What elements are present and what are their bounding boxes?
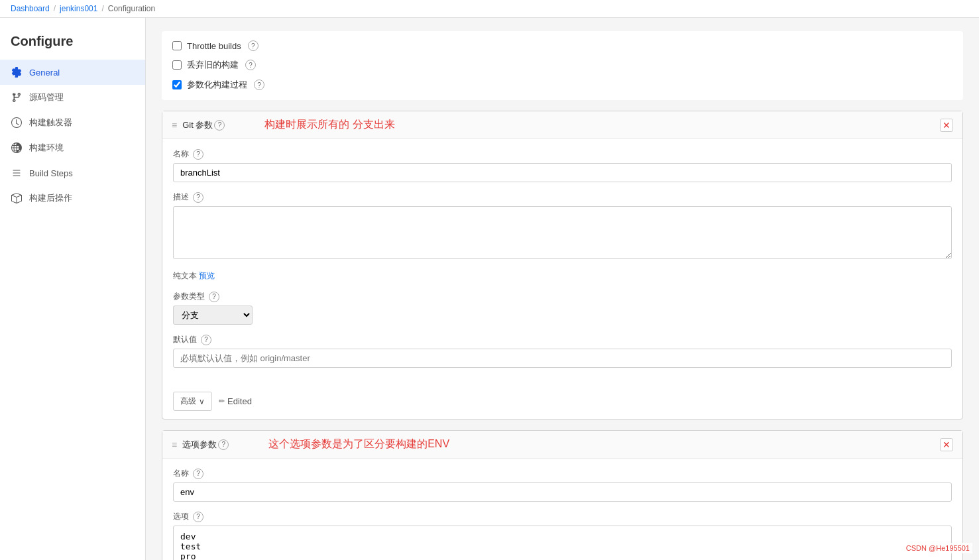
name-field-input[interactable] [173, 163, 952, 182]
sidebar-item-source-label: 源码管理 [29, 91, 64, 103]
sidebar-item-trigger[interactable]: 构建触发器 [0, 110, 145, 135]
watermark: CSDN @He195501 [903, 543, 972, 553]
choice-param-title: 选项参数 [182, 439, 217, 451]
plain-text-label: 纯文本 [173, 271, 197, 280]
choice-param-body: 名称 ? 选项 ? dev test pro [162, 459, 962, 560]
name-field-group: 名称 ? [173, 148, 952, 182]
git-param-close-button[interactable]: ✕ [940, 119, 953, 132]
git-param-card: ≡ Git 参数 ? 构建时展示所有的 分支出来 ✕ 名称 ? [162, 111, 963, 420]
name-help-icon[interactable]: ? [193, 149, 203, 160]
throttle-builds-label: Throttle builds [187, 41, 241, 51]
sidebar-item-build-steps-label: Build Steps [29, 168, 73, 178]
chevron-down-icon: ∨ [199, 397, 205, 406]
discard-builds-checkbox[interactable] [172, 60, 182, 70]
sidebar-item-env-label: 构建环境 [29, 142, 64, 154]
env-name-input[interactable] [173, 482, 952, 502]
code-branch-icon [11, 91, 23, 103]
breadcrumb-sep-2: / [101, 4, 103, 13]
breadcrumb-current: Configuration [108, 4, 155, 13]
desc-field-label: 描述 ? [173, 192, 952, 203]
throttle-builds-row: Throttle builds ? [172, 36, 952, 55]
options-textarea[interactable]: dev test pro [173, 526, 952, 560]
preview-link[interactable]: 预览 [199, 271, 215, 280]
choice-param-header: ≡ 选项参数 ? 这个选项参数是为了区分要构建的ENV ✕ [162, 431, 962, 459]
git-param-footer: 高级 ∨ ✏ Edited [162, 386, 962, 419]
parameterize-help-icon[interactable]: ? [254, 80, 264, 90]
git-param-help-icon[interactable]: ? [214, 120, 225, 131]
drag-handle-icon[interactable]: ≡ [172, 120, 177, 131]
sidebar-item-post-build[interactable]: 构建后操作 [0, 186, 145, 211]
discard-help-icon[interactable]: ? [245, 60, 256, 70]
plain-text-preview: 纯文本 预览 [173, 270, 952, 282]
advanced-label: 高级 [180, 396, 196, 407]
default-value-label: 默认值 ? [173, 334, 952, 345]
choice-drag-handle-icon[interactable]: ≡ [172, 439, 177, 450]
choice-param-close-button[interactable]: ✕ [940, 438, 953, 451]
throttle-builds-checkbox[interactable] [172, 41, 182, 50]
parameterize-label: 参数化构建过程 [187, 79, 247, 91]
desc-help-icon[interactable]: ? [193, 192, 203, 203]
param-type-label: 参数类型 ? [173, 291, 952, 302]
options-help-icon[interactable]: ? [193, 512, 203, 522]
list-icon [11, 167, 23, 179]
choice-param-annotation: 这个选项参数是为了区分要构建的ENV [268, 437, 449, 451]
env-name-help-icon[interactable]: ? [193, 469, 203, 479]
sidebar-item-general-label: General [29, 68, 60, 78]
env-name-field-group: 名称 ? [173, 468, 952, 502]
param-type-help-icon[interactable]: ? [209, 292, 219, 302]
git-param-title: Git 参数 [182, 119, 213, 131]
edited-label: Edited [227, 396, 252, 406]
git-param-annotation: 构建时展示所有的 分支出来 [264, 118, 394, 132]
gear-icon [11, 66, 23, 78]
env-name-label: 名称 ? [173, 468, 952, 479]
breadcrumb-jenkins[interactable]: jenkins001 [60, 4, 97, 13]
sidebar-item-general[interactable]: General [0, 60, 145, 85]
breadcrumb: Dashboard / jenkins001 / Configuration [0, 0, 979, 18]
discard-builds-label: 丢弃旧的构建 [187, 59, 239, 71]
parameterize-checkbox[interactable] [172, 80, 182, 89]
edited-status: ✏ Edited [219, 396, 252, 406]
edit-icon: ✏ [219, 397, 225, 406]
page-title: Configure [0, 28, 145, 60]
choice-param-card: ≡ 选项参数 ? 这个选项参数是为了区分要构建的ENV ✕ 名称 ? [162, 430, 963, 560]
default-value-field-group: 默认值 ? [173, 334, 952, 368]
sidebar-item-trigger-label: 构建触发器 [29, 117, 72, 129]
choice-param-help-icon[interactable]: ? [218, 439, 229, 450]
git-param-header: ≡ Git 参数 ? 构建时展示所有的 分支出来 ✕ [162, 111, 962, 139]
parameterize-row: 参数化构建过程 ? [172, 75, 952, 95]
globe-icon [11, 142, 23, 154]
default-value-help-icon[interactable]: ? [201, 335, 211, 345]
sidebar-item-post-build-label: 构建后操作 [29, 192, 72, 204]
options-field-group: 选项 ? dev test pro [173, 511, 952, 560]
advanced-button[interactable]: 高级 ∨ [173, 392, 212, 411]
default-value-input[interactable] [173, 349, 952, 368]
sidebar: Configure General 源码管理 [0, 18, 146, 560]
desc-field-textarea[interactable] [173, 206, 952, 259]
clock-icon [11, 117, 23, 129]
name-field-label: 名称 ? [173, 148, 952, 160]
git-param-body: 名称 ? 描述 ? 纯文本 [162, 139, 962, 386]
desc-field-group: 描述 ? [173, 192, 952, 261]
options-field-label: 选项 ? [173, 511, 952, 522]
content-area: Throttle builds ? 丢弃旧的构建 ? 参数化构建过程 ? ≡ [146, 18, 979, 560]
sidebar-item-source[interactable]: 源码管理 [0, 85, 145, 110]
param-type-field-group: 参数类型 ? 分支 标签 修订版本 Pull Request [173, 291, 952, 325]
sidebar-item-env[interactable]: 构建环境 [0, 135, 145, 160]
breadcrumb-sep-1: / [54, 4, 56, 13]
throttle-help-icon[interactable]: ? [248, 40, 259, 51]
param-type-select[interactable]: 分支 标签 修订版本 Pull Request [173, 306, 253, 325]
sidebar-item-build-steps[interactable]: Build Steps [0, 160, 145, 186]
package-icon [11, 192, 23, 204]
breadcrumb-dashboard[interactable]: Dashboard [11, 4, 50, 13]
discard-builds-row: 丢弃旧的构建 ? [172, 55, 952, 75]
